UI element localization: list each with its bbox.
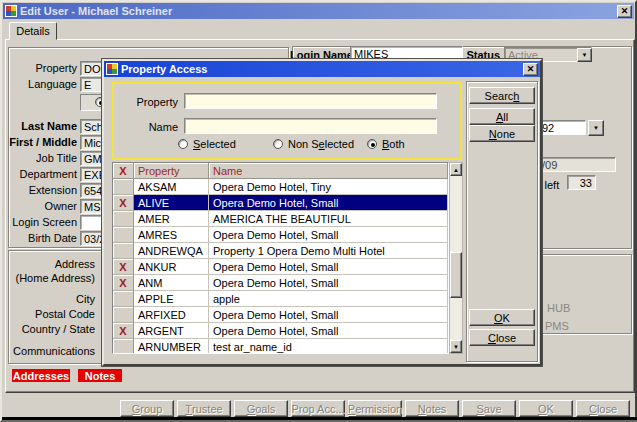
group-button[interactable]: Group — [120, 400, 174, 417]
dialog-name-input[interactable] — [184, 118, 437, 134]
label-address: Address — [4, 258, 95, 270]
row-name-cell[interactable]: Opera Demo Hotel, Small — [209, 195, 448, 211]
ok-button[interactable]: OK — [469, 309, 535, 326]
row-property-cell[interactable]: ARNUMBER — [134, 339, 209, 354]
radio-label: Selected — [193, 138, 236, 150]
app-icon — [5, 5, 17, 17]
column-header-name[interactable]: Name — [209, 163, 448, 179]
radio-non-selected[interactable]: Non Selected — [273, 138, 354, 150]
row-x-cell[interactable] — [113, 307, 134, 323]
table-row[interactable]: XALIVEOpera Demo Hotel, Small — [113, 195, 448, 211]
row-x-cell[interactable] — [113, 227, 134, 243]
column-header-property[interactable]: Property — [134, 163, 209, 179]
close-icon: ✕ — [527, 65, 535, 74]
close-button[interactable]: Close — [469, 329, 535, 346]
row-name-cell[interactable]: Opera Demo Hotel, Small — [209, 275, 448, 291]
row-property-cell[interactable]: ARGENT — [134, 323, 209, 339]
fragment-text-2: PMS — [545, 320, 569, 332]
row-property-cell[interactable]: APPLE — [134, 291, 209, 307]
row-name-cell[interactable]: Opera Demo Hotel, Small — [209, 323, 448, 339]
number-field[interactable]: 92 — [538, 120, 586, 135]
row-property-cell[interactable]: ANKUR — [134, 259, 209, 275]
label-extension: Extension — [4, 184, 77, 196]
spinner-button[interactable]: ▼ — [588, 120, 604, 136]
row-x-cell[interactable] — [113, 243, 134, 259]
table-row[interactable]: ARNUMBERtest ar_name_id — [113, 339, 448, 354]
row-name-cell[interactable]: Opera Demo Hotel, Tiny — [209, 179, 448, 195]
row-x-cell[interactable]: X — [113, 323, 134, 339]
table-row[interactable]: AMRESOpera Demo Hotel, Small — [113, 227, 448, 243]
row-name-cell[interactable]: Opera Demo Hotel, Small — [209, 259, 448, 275]
chevron-down-icon: ▼ — [582, 52, 588, 58]
row-property-cell[interactable]: ARFIXED — [134, 307, 209, 323]
row-x-cell[interactable]: X — [113, 195, 134, 211]
notes-button[interactable]: Notes — [405, 400, 459, 417]
table-row[interactable]: AMERAMERICA THE BEAUTIFUL — [113, 211, 448, 227]
row-name-cell[interactable]: Property 1 Opera Demo Multi Hotel — [209, 243, 448, 259]
row-property-cell[interactable]: ALIVE — [134, 195, 209, 211]
search-button[interactable]: Search — [469, 87, 535, 104]
status-dropdown-button[interactable]: ▼ — [577, 48, 592, 62]
window-title: Edit User - Michael Schreiner — [20, 5, 172, 17]
table-row[interactable]: XANMOpera Demo Hotel, Small — [113, 275, 448, 291]
row-property-cell[interactable]: ANDREWQA — [134, 243, 209, 259]
row-name-cell[interactable]: apple — [209, 291, 448, 307]
property-table: XPropertyNameAKSAMOpera Demo Hotel, Tiny… — [112, 162, 449, 354]
row-x-cell[interactable]: X — [113, 259, 134, 275]
row-property-cell[interactable]: AKSAM — [134, 179, 209, 195]
table-row[interactable]: XARGENTOpera Demo Hotel, Small — [113, 323, 448, 339]
row-x-cell[interactable]: X — [113, 275, 134, 291]
table-row[interactable]: APPLEapple — [113, 291, 448, 307]
addresses-button[interactable]: Addresses — [12, 369, 70, 382]
row-x-cell[interactable] — [113, 291, 134, 307]
tab-details[interactable]: Details — [9, 22, 57, 40]
row-name-cell[interactable]: Opera Demo Hotel, Small — [209, 227, 448, 243]
label-communications: Communications — [4, 345, 95, 357]
dialog-close-button[interactable]: ✕ — [523, 63, 538, 76]
table-row[interactable]: ARFIXEDOpera Demo Hotel, Small — [113, 307, 448, 323]
scroll-up-button[interactable]: ▲ — [450, 163, 462, 176]
prop-acc-button[interactable]: Prop Acc... — [291, 400, 345, 417]
date-field: /09 — [538, 157, 616, 172]
radio-selected[interactable]: Selected — [178, 138, 236, 150]
trustee-button[interactable]: Trustee — [177, 400, 231, 417]
fragment-text-1: HUB — [547, 302, 570, 314]
all-button[interactable]: All — [469, 108, 535, 125]
dialog-property-input[interactable] — [184, 93, 437, 109]
table-header-row: XPropertyName — [113, 163, 448, 179]
scrollbar-thumb[interactable] — [450, 252, 462, 298]
label-property: Property — [4, 62, 77, 74]
radio-both[interactable]: Both — [367, 138, 405, 150]
label-owner: Owner — [4, 200, 77, 212]
label-city: City — [4, 293, 95, 305]
row-property-cell[interactable]: AMRES — [134, 227, 209, 243]
row-x-cell[interactable] — [113, 179, 134, 195]
row-name-cell[interactable]: Opera Demo Hotel, Small — [209, 307, 448, 323]
label-country-state: Country / State — [4, 323, 95, 335]
window-close-button[interactable]: ✕ — [617, 5, 632, 18]
row-name-cell[interactable]: test ar_name_id — [209, 339, 448, 354]
table-row[interactable]: XANKUROpera Demo Hotel, Small — [113, 259, 448, 275]
label-job-title: Job Title — [4, 152, 77, 164]
label-department: Department — [4, 168, 77, 180]
permission-button[interactable]: Permission — [348, 400, 402, 417]
save-button[interactable]: Save — [462, 400, 516, 417]
goals-button[interactable]: Goals — [234, 400, 288, 417]
row-x-cell[interactable] — [113, 211, 134, 227]
ok-button[interactable]: OK — [519, 400, 573, 417]
table-scrollbar[interactable]: ▲ ▼ — [449, 162, 463, 354]
row-x-cell[interactable] — [113, 339, 134, 354]
none-button[interactable]: None — [469, 125, 535, 142]
property-access-dialog: Property Access ✕ Property Name Selected… — [102, 59, 542, 366]
scroll-down-button[interactable]: ▼ — [450, 340, 462, 353]
row-property-cell[interactable]: ANM — [134, 275, 209, 291]
column-header-x[interactable]: X — [113, 163, 134, 179]
table-row[interactable]: AKSAMOpera Demo Hotel, Tiny — [113, 179, 448, 195]
row-name-cell[interactable]: AMERICA THE BEAUTIFUL — [209, 211, 448, 227]
row-property-cell[interactable]: AMER — [134, 211, 209, 227]
radio-label: Both — [382, 138, 405, 150]
close-button[interactable]: Close — [576, 400, 630, 417]
table-row[interactable]: ANDREWQAProperty 1 Opera Demo Multi Hote… — [113, 243, 448, 259]
notes-button[interactable]: Notes — [78, 369, 122, 382]
arrow-up-icon: ▲ — [453, 167, 459, 173]
